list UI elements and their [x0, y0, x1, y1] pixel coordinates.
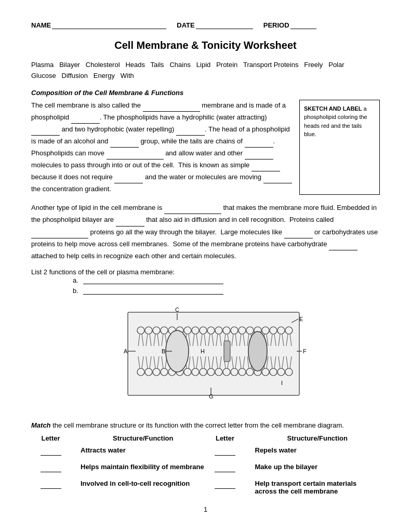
match-header-letter1: Letter [31, 434, 70, 442]
match-header-letter2: Letter [206, 434, 245, 442]
match-section: Match the cell membrane structure or its… [31, 421, 380, 495]
diagram-label-h: H [201, 348, 205, 354]
list-item-a: a. [73, 276, 380, 284]
match-blank-2[interactable] [31, 463, 70, 472]
section1-content: The cell membrane is also called the mem… [31, 100, 380, 195]
page-title: Cell Membrane & Tonicity Worksheet [31, 39, 380, 51]
cell-membrane-diagram: A B C E F G H I [97, 302, 315, 406]
sketch-box: SKETCH AND LABEL a phospholipid coloring… [299, 100, 380, 195]
word-bank: Plasma Bilayer Cholesterol Heads Tails C… [31, 60, 380, 82]
word-bilayer: Bilayer [59, 61, 84, 69]
word-lipid: Lipid [196, 61, 215, 69]
svg-rect-123 [224, 341, 230, 362]
period-field: PERIOD [263, 21, 316, 29]
match-header: Letter Structure/Function Letter Structu… [31, 434, 380, 442]
date-label: DATE [177, 21, 194, 29]
match-header-sf2: Structure/Function [245, 434, 380, 442]
word-plasma: Plasma [31, 61, 58, 69]
match-desc-2: Helps maintain flexibility of membrane [70, 463, 206, 471]
match-bold: Match [31, 421, 51, 429]
section1-title: Composition of the Cell Membrane & Funct… [31, 89, 380, 97]
match-header-sf1: Structure/Function [70, 434, 206, 442]
word-transport: Transport Proteins [243, 61, 302, 69]
word-protein: Protein [216, 61, 241, 69]
word-cholesterol: Cholesterol [86, 61, 124, 69]
diagram-label-g: G [209, 393, 214, 400]
diagram-label-i: I [281, 380, 283, 386]
word-freely: Freely [304, 61, 326, 69]
word-glucose: Glucose [31, 72, 60, 79]
word-heads: Heads [125, 61, 149, 69]
section2-paragraph: Another type of lipid in the cell membra… [31, 202, 380, 261]
match-blank-3[interactable] [31, 480, 70, 489]
match-desc-3: Involved in cell-to-cell recognition [70, 480, 206, 487]
match-desc-1: Attracts water [70, 446, 206, 454]
period-label: PERIOD [263, 21, 289, 29]
diagram-label-b: B [162, 348, 165, 354]
match-blank-r3[interactable] [206, 480, 245, 489]
match-blank-r2[interactable] [206, 463, 245, 472]
match-row-2: Helps maintain flexibility of membrane M… [31, 463, 380, 475]
match-blank-r1[interactable] [206, 446, 245, 456]
list-section: List 2 functions of the cell or plasma m… [31, 268, 380, 295]
name-field: NAME [31, 21, 166, 29]
word-polar: Polar [328, 61, 344, 69]
match-normal: the cell membrane structure or its funct… [51, 421, 344, 429]
match-intro: Match the cell membrane structure or its… [31, 421, 380, 429]
date-field: DATE [177, 21, 253, 29]
name-label: NAME [31, 21, 51, 29]
header: NAME DATE PERIOD [31, 21, 380, 29]
word-tails: Tails [151, 61, 168, 69]
match-desc-r2: Make up the bilayer [245, 463, 380, 471]
svg-rect-0 [128, 312, 299, 395]
list-intro: List 2 functions of the cell or plasma m… [31, 268, 380, 276]
word-energy: Energy [94, 72, 118, 79]
diagram-label-e: E [299, 316, 303, 322]
diagram-area: A B C E F G H I [31, 302, 380, 406]
match-row-1: Attracts water Repels water [31, 446, 380, 459]
match-desc-r3: Help transport certain materials across … [245, 480, 380, 495]
list-item-b: b. [73, 286, 380, 295]
section1-text: The cell membrane is also called the mem… [31, 100, 292, 195]
page-number: 1 [31, 506, 380, 513]
diagram-label-f: F [303, 348, 307, 354]
match-blank-1[interactable] [31, 446, 70, 456]
word-diffusion: Diffusion [62, 72, 92, 79]
match-row-3: Involved in cell-to-cell recognition Hel… [31, 480, 380, 495]
diagram-label-a: A [124, 348, 128, 354]
word-with: With [121, 72, 134, 79]
word-chains: Chains [169, 61, 194, 69]
diagram-label-c: C [175, 307, 179, 313]
match-desc-r1: Repels water [245, 446, 380, 454]
svg-point-122 [248, 331, 267, 371]
sketch-label: SKETCH AND LABEL [304, 105, 362, 112]
